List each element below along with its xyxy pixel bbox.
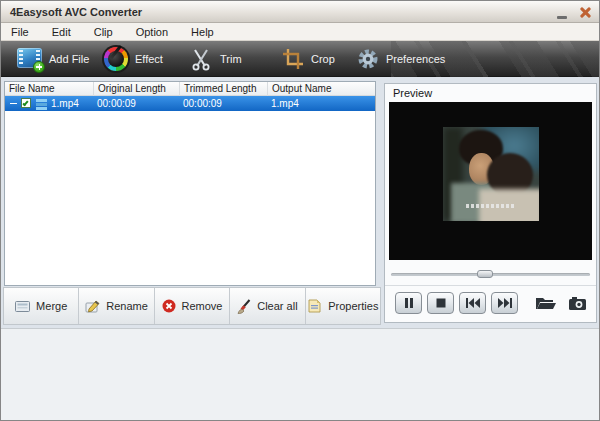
pause-button[interactable] bbox=[395, 292, 422, 314]
remove-label: Remove bbox=[182, 300, 223, 312]
add-file-label: Add File bbox=[49, 53, 89, 65]
window-title: 4Easysoft AVC Converter bbox=[1, 6, 142, 18]
menu-help[interactable]: Help bbox=[191, 26, 214, 38]
clear-all-label: Clear all bbox=[257, 300, 297, 312]
properties-label: Properties bbox=[328, 300, 378, 312]
preview-slider-handle[interactable] bbox=[477, 270, 493, 278]
add-file-icon bbox=[17, 48, 42, 71]
merge-button[interactable]: Merge bbox=[4, 288, 79, 324]
preview-video-area bbox=[389, 102, 592, 260]
crop-label: Crop bbox=[311, 53, 335, 65]
app-window: 4Easysoft AVC Converter File Edit Clip O… bbox=[0, 0, 600, 421]
preview-panel: Preview bbox=[384, 83, 597, 323]
cell-file-name: 1.mp4 bbox=[51, 96, 79, 111]
remove-icon bbox=[162, 299, 176, 313]
snapshot-camera-icon[interactable] bbox=[569, 297, 586, 310]
column-header-file-name[interactable]: File Name bbox=[5, 82, 93, 96]
preferences-label: Preferences bbox=[386, 53, 445, 65]
column-header-original-length[interactable]: Original Length bbox=[93, 82, 179, 96]
previous-button[interactable] bbox=[459, 292, 486, 314]
cell-trimmed-length: 00:00:09 bbox=[183, 96, 222, 111]
column-header-trimmed-length[interactable]: Trimmed Length bbox=[179, 82, 267, 96]
preferences-icon bbox=[357, 48, 379, 70]
effect-label: Effect bbox=[135, 53, 163, 65]
menu-edit[interactable]: Edit bbox=[52, 26, 71, 38]
preview-seek-slider[interactable] bbox=[391, 268, 590, 280]
menu-option[interactable]: Option bbox=[136, 26, 168, 38]
menu-bar: File Edit Clip Option Help bbox=[1, 23, 600, 41]
menu-clip[interactable]: Clip bbox=[94, 26, 113, 38]
next-button[interactable] bbox=[491, 292, 518, 314]
merge-icon bbox=[15, 300, 30, 313]
add-file-button[interactable]: Add File bbox=[17, 41, 89, 77]
output-settings-panel: Audio Track 0x2 aac 2 channels und Subti… bbox=[1, 328, 600, 421]
file-list-header: File Name Original Length Trimmed Length… bbox=[5, 82, 375, 96]
effect-button[interactable]: Effect bbox=[104, 41, 163, 77]
clear-all-button[interactable]: Clear all bbox=[230, 288, 305, 324]
preferences-button[interactable]: Preferences bbox=[357, 41, 445, 77]
collapse-minus-icon[interactable] bbox=[10, 103, 17, 104]
column-header-output-name[interactable]: Output Name bbox=[267, 82, 375, 96]
merge-label: Merge bbox=[36, 300, 67, 312]
title-bar: 4Easysoft AVC Converter bbox=[1, 1, 600, 23]
trim-label: Trim bbox=[220, 53, 242, 65]
pause-icon bbox=[404, 298, 414, 308]
stop-icon bbox=[436, 298, 446, 308]
properties-button[interactable]: Properties bbox=[306, 288, 380, 324]
cell-output-name: 1.mp4 bbox=[271, 96, 299, 111]
preview-title: Preview bbox=[385, 84, 596, 101]
video-file-icon bbox=[36, 98, 47, 110]
open-folder-icon[interactable] bbox=[535, 296, 557, 310]
cell-original-length: 00:00:09 bbox=[97, 96, 136, 111]
stop-button[interactable] bbox=[427, 292, 454, 314]
trim-button[interactable]: Trim bbox=[189, 41, 242, 77]
properties-icon bbox=[307, 299, 322, 313]
previous-icon bbox=[466, 298, 480, 308]
toolbar: Add File Effect Trim Crop bbox=[1, 41, 600, 77]
preview-video-frame bbox=[443, 127, 539, 221]
menu-file[interactable]: File bbox=[11, 26, 29, 38]
row-checkbox[interactable] bbox=[21, 98, 31, 108]
list-actions-bar: Merge Rename Remove Clear all bbox=[3, 287, 381, 325]
playback-controls bbox=[395, 292, 518, 316]
preview-divider bbox=[385, 285, 596, 286]
crop-icon bbox=[282, 48, 304, 70]
close-button[interactable] bbox=[578, 5, 593, 20]
remove-button[interactable]: Remove bbox=[155, 288, 230, 324]
next-icon bbox=[498, 298, 512, 308]
rename-icon bbox=[85, 299, 100, 313]
preview-extra-tools bbox=[535, 296, 586, 310]
rename-label: Rename bbox=[106, 300, 148, 312]
trim-scissors-icon bbox=[189, 47, 213, 71]
table-row[interactable]: 1.mp4 00:00:09 00:00:09 1.mp4 bbox=[5, 96, 375, 111]
file-list-panel: File Name Original Length Trimmed Length… bbox=[4, 81, 376, 286]
effect-icon bbox=[104, 47, 128, 71]
minimize-button[interactable] bbox=[555, 6, 568, 19]
crop-button[interactable]: Crop bbox=[282, 41, 335, 77]
rename-button[interactable]: Rename bbox=[79, 288, 154, 324]
clear-all-icon bbox=[237, 299, 251, 314]
